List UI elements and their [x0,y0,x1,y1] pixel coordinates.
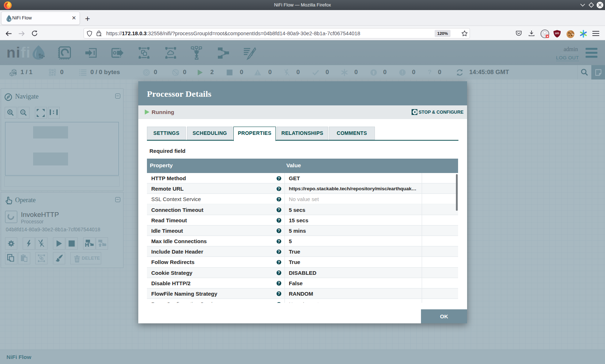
svg-text:UO: UO [555,32,559,35]
